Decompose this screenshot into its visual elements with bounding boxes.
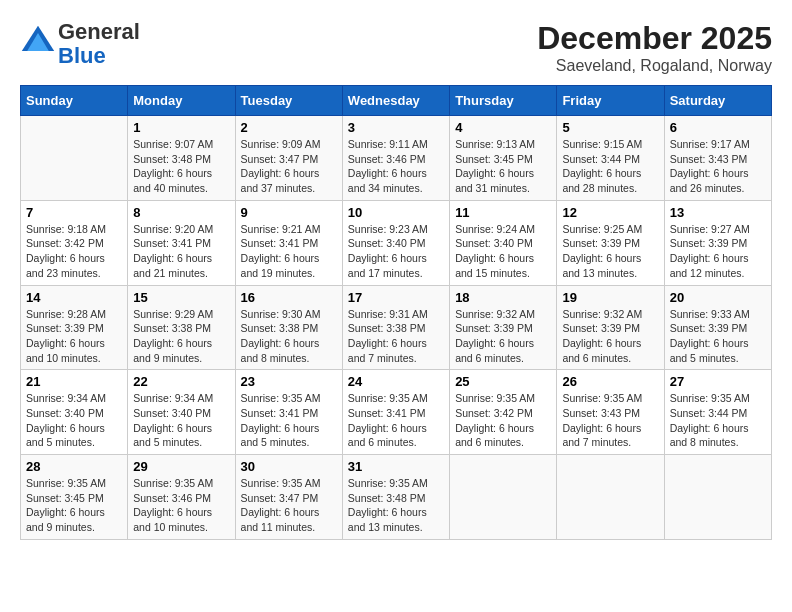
weekday-header-tuesday: Tuesday: [235, 86, 342, 116]
day-number: 3: [348, 120, 444, 135]
day-info: Sunrise: 9:07 AMSunset: 3:48 PMDaylight:…: [133, 137, 229, 196]
calendar-week-4: 21 Sunrise: 9:34 AMSunset: 3:40 PMDaylig…: [21, 370, 772, 455]
day-info: Sunrise: 9:30 AMSunset: 3:38 PMDaylight:…: [241, 307, 337, 366]
day-number: 10: [348, 205, 444, 220]
calendar-cell: 14 Sunrise: 9:28 AMSunset: 3:39 PMDaylig…: [21, 285, 128, 370]
day-info: Sunrise: 9:35 AMSunset: 3:43 PMDaylight:…: [562, 391, 658, 450]
calendar-cell: 31 Sunrise: 9:35 AMSunset: 3:48 PMDaylig…: [342, 455, 449, 540]
weekday-header-wednesday: Wednesday: [342, 86, 449, 116]
calendar-cell: 28 Sunrise: 9:35 AMSunset: 3:45 PMDaylig…: [21, 455, 128, 540]
day-info: Sunrise: 9:27 AMSunset: 3:39 PMDaylight:…: [670, 222, 766, 281]
day-number: 11: [455, 205, 551, 220]
logo: General Blue: [20, 20, 140, 68]
calendar-cell: 3 Sunrise: 9:11 AMSunset: 3:46 PMDayligh…: [342, 116, 449, 201]
calendar-cell: [450, 455, 557, 540]
calendar-week-1: 1 Sunrise: 9:07 AMSunset: 3:48 PMDayligh…: [21, 116, 772, 201]
calendar-cell: 11 Sunrise: 9:24 AMSunset: 3:40 PMDaylig…: [450, 200, 557, 285]
day-info: Sunrise: 9:29 AMSunset: 3:38 PMDaylight:…: [133, 307, 229, 366]
day-number: 25: [455, 374, 551, 389]
day-number: 24: [348, 374, 444, 389]
calendar-cell: [664, 455, 771, 540]
logo-text-general: General: [58, 20, 140, 44]
calendar-cell: 24 Sunrise: 9:35 AMSunset: 3:41 PMDaylig…: [342, 370, 449, 455]
calendar-cell: 15 Sunrise: 9:29 AMSunset: 3:38 PMDaylig…: [128, 285, 235, 370]
day-number: 15: [133, 290, 229, 305]
day-info: Sunrise: 9:11 AMSunset: 3:46 PMDaylight:…: [348, 137, 444, 196]
calendar-table: SundayMondayTuesdayWednesdayThursdayFrid…: [20, 85, 772, 540]
day-info: Sunrise: 9:35 AMSunset: 3:48 PMDaylight:…: [348, 476, 444, 535]
logo-icon: [20, 24, 56, 60]
day-info: Sunrise: 9:32 AMSunset: 3:39 PMDaylight:…: [455, 307, 551, 366]
calendar-cell: 6 Sunrise: 9:17 AMSunset: 3:43 PMDayligh…: [664, 116, 771, 201]
weekday-header-thursday: Thursday: [450, 86, 557, 116]
day-info: Sunrise: 9:35 AMSunset: 3:41 PMDaylight:…: [348, 391, 444, 450]
page-title: December 2025: [537, 20, 772, 57]
day-number: 21: [26, 374, 122, 389]
day-number: 26: [562, 374, 658, 389]
day-info: Sunrise: 9:31 AMSunset: 3:38 PMDaylight:…: [348, 307, 444, 366]
day-number: 27: [670, 374, 766, 389]
day-number: 18: [455, 290, 551, 305]
calendar-cell: 22 Sunrise: 9:34 AMSunset: 3:40 PMDaylig…: [128, 370, 235, 455]
day-number: 19: [562, 290, 658, 305]
day-info: Sunrise: 9:32 AMSunset: 3:39 PMDaylight:…: [562, 307, 658, 366]
day-info: Sunrise: 9:25 AMSunset: 3:39 PMDaylight:…: [562, 222, 658, 281]
day-number: 29: [133, 459, 229, 474]
calendar-cell: [21, 116, 128, 201]
day-info: Sunrise: 9:35 AMSunset: 3:47 PMDaylight:…: [241, 476, 337, 535]
day-number: 4: [455, 120, 551, 135]
calendar-cell: 2 Sunrise: 9:09 AMSunset: 3:47 PMDayligh…: [235, 116, 342, 201]
calendar-cell: 17 Sunrise: 9:31 AMSunset: 3:38 PMDaylig…: [342, 285, 449, 370]
title-block: December 2025 Saeveland, Rogaland, Norwa…: [537, 20, 772, 75]
day-info: Sunrise: 9:33 AMSunset: 3:39 PMDaylight:…: [670, 307, 766, 366]
calendar-cell: 5 Sunrise: 9:15 AMSunset: 3:44 PMDayligh…: [557, 116, 664, 201]
weekday-header-sunday: Sunday: [21, 86, 128, 116]
day-number: 17: [348, 290, 444, 305]
day-info: Sunrise: 9:17 AMSunset: 3:43 PMDaylight:…: [670, 137, 766, 196]
day-number: 20: [670, 290, 766, 305]
day-number: 8: [133, 205, 229, 220]
day-info: Sunrise: 9:21 AMSunset: 3:41 PMDaylight:…: [241, 222, 337, 281]
calendar-cell: 12 Sunrise: 9:25 AMSunset: 3:39 PMDaylig…: [557, 200, 664, 285]
calendar-cell: 20 Sunrise: 9:33 AMSunset: 3:39 PMDaylig…: [664, 285, 771, 370]
day-info: Sunrise: 9:09 AMSunset: 3:47 PMDaylight:…: [241, 137, 337, 196]
calendar-cell: 1 Sunrise: 9:07 AMSunset: 3:48 PMDayligh…: [128, 116, 235, 201]
day-number: 6: [670, 120, 766, 135]
logo-text-blue: Blue: [58, 44, 140, 68]
calendar-cell: 30 Sunrise: 9:35 AMSunset: 3:47 PMDaylig…: [235, 455, 342, 540]
calendar-week-2: 7 Sunrise: 9:18 AMSunset: 3:42 PMDayligh…: [21, 200, 772, 285]
day-info: Sunrise: 9:34 AMSunset: 3:40 PMDaylight:…: [133, 391, 229, 450]
calendar-cell: 4 Sunrise: 9:13 AMSunset: 3:45 PMDayligh…: [450, 116, 557, 201]
day-number: 2: [241, 120, 337, 135]
weekday-header-monday: Monday: [128, 86, 235, 116]
calendar-cell: 25 Sunrise: 9:35 AMSunset: 3:42 PMDaylig…: [450, 370, 557, 455]
day-number: 5: [562, 120, 658, 135]
calendar-cell: 13 Sunrise: 9:27 AMSunset: 3:39 PMDaylig…: [664, 200, 771, 285]
day-number: 14: [26, 290, 122, 305]
day-info: Sunrise: 9:13 AMSunset: 3:45 PMDaylight:…: [455, 137, 551, 196]
weekday-header-saturday: Saturday: [664, 86, 771, 116]
day-number: 23: [241, 374, 337, 389]
day-number: 13: [670, 205, 766, 220]
calendar-cell: [557, 455, 664, 540]
calendar-cell: 10 Sunrise: 9:23 AMSunset: 3:40 PMDaylig…: [342, 200, 449, 285]
calendar-cell: 29 Sunrise: 9:35 AMSunset: 3:46 PMDaylig…: [128, 455, 235, 540]
day-info: Sunrise: 9:28 AMSunset: 3:39 PMDaylight:…: [26, 307, 122, 366]
day-info: Sunrise: 9:20 AMSunset: 3:41 PMDaylight:…: [133, 222, 229, 281]
day-number: 22: [133, 374, 229, 389]
calendar-week-5: 28 Sunrise: 9:35 AMSunset: 3:45 PMDaylig…: [21, 455, 772, 540]
calendar-cell: 19 Sunrise: 9:32 AMSunset: 3:39 PMDaylig…: [557, 285, 664, 370]
day-info: Sunrise: 9:24 AMSunset: 3:40 PMDaylight:…: [455, 222, 551, 281]
day-number: 28: [26, 459, 122, 474]
day-info: Sunrise: 9:35 AMSunset: 3:44 PMDaylight:…: [670, 391, 766, 450]
calendar-cell: 26 Sunrise: 9:35 AMSunset: 3:43 PMDaylig…: [557, 370, 664, 455]
calendar-cell: 21 Sunrise: 9:34 AMSunset: 3:40 PMDaylig…: [21, 370, 128, 455]
calendar-cell: 8 Sunrise: 9:20 AMSunset: 3:41 PMDayligh…: [128, 200, 235, 285]
calendar-cell: 23 Sunrise: 9:35 AMSunset: 3:41 PMDaylig…: [235, 370, 342, 455]
day-info: Sunrise: 9:35 AMSunset: 3:42 PMDaylight:…: [455, 391, 551, 450]
day-info: Sunrise: 9:35 AMSunset: 3:46 PMDaylight:…: [133, 476, 229, 535]
calendar-cell: 9 Sunrise: 9:21 AMSunset: 3:41 PMDayligh…: [235, 200, 342, 285]
page-header: General Blue December 2025 Saeveland, Ro…: [20, 20, 772, 75]
day-number: 9: [241, 205, 337, 220]
calendar-cell: 18 Sunrise: 9:32 AMSunset: 3:39 PMDaylig…: [450, 285, 557, 370]
